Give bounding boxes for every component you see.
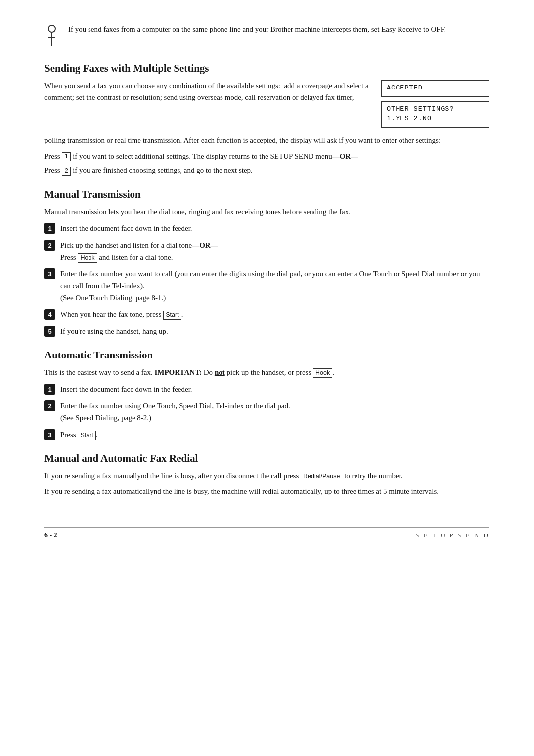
manual-step-3: 3 Enter the fax number you want to call … <box>44 268 490 304</box>
auto-step-num-2: 2 <box>44 400 55 411</box>
section-sending-faxes: Sending Faxes with Multiple Settings Whe… <box>44 62 490 177</box>
auto-step-2: 2 Enter the fax number using One Touch, … <box>44 400 490 424</box>
auto-step-2-text: Enter the fax number using One Touch, Sp… <box>60 400 490 424</box>
key-1: 1 <box>62 152 71 161</box>
para2-mid: nd the line is busy, the machine will re… <box>154 488 439 495</box>
fax-redial-title: Manual and Automatic Fax Redial <box>44 452 490 465</box>
step-num-2: 2 <box>44 240 55 251</box>
manual-step-1: 1 Insert the document face down in the f… <box>44 222 490 234</box>
auto-step-3: 3 Press Start. <box>44 429 490 441</box>
manual-transmission-title: Manual Transmission <box>44 188 490 201</box>
section-manual-transmission: Manual Transmission Manual transmission … <box>44 188 490 337</box>
footer-page-number: 6 - 2 <box>44 532 57 539</box>
key-2: 2 <box>62 167 71 176</box>
page-content: If you send faxes from a computer on the… <box>44 24 490 539</box>
footer-section-name: S E T U P S E N D <box>415 532 490 539</box>
manual-step-4-text: When you hear the fax tone, press Start. <box>60 309 490 320</box>
sending-faxes-right: ACCEPTED OTHER SETTINGS?1.YES 2.NO <box>381 80 490 132</box>
automatic-transmission-title: Automatic Transmission <box>44 349 490 361</box>
manual-transmission-body: Manual transmission lets you hear the di… <box>44 206 490 218</box>
start-key-auto: Start <box>78 431 95 441</box>
notice-text: If you send faxes from a computer on the… <box>68 24 446 35</box>
manual-step-2-text: Pick up the handset and listen for a dia… <box>60 239 490 263</box>
automatic-transmission-intro: This is the easiest way to send a fax. I… <box>44 366 490 378</box>
step-num-5: 5 <box>44 326 55 337</box>
step-num-3: 3 <box>44 268 55 279</box>
step-num-1: 1 <box>44 223 55 234</box>
section-fax-redial: Manual and Automatic Fax Redial If you r… <box>44 452 490 497</box>
svg-point-0 <box>48 25 55 32</box>
press-1-line: Press 1 if you want to select additional… <box>44 150 490 163</box>
sending-faxes-left: When you send a fax you can choose any c… <box>44 80 369 132</box>
press-2-line: Press 2 if you are finished choosing set… <box>44 164 490 177</box>
manual-step-5: 5 If you're using the handset, hang up. <box>44 325 490 337</box>
notice-icon <box>44 25 60 48</box>
hook-key-auto: Hook <box>313 368 332 378</box>
auto-step-num-3: 3 <box>44 429 55 440</box>
step-num-4: 4 <box>44 309 55 320</box>
fax-redial-para1: If you re sending a fax manuallynd the l… <box>44 470 490 482</box>
manual-step-5-text: If you're using the handset, hang up. <box>60 325 490 337</box>
manual-step-4: 4 When you hear the fax tone, press Star… <box>44 309 490 320</box>
start-key-manual: Start <box>163 311 181 320</box>
sending-faxes-text: When you send a fax you can choose any c… <box>44 80 369 103</box>
manual-step-2: 2 Pick up the handset and listen for a d… <box>44 239 490 263</box>
important-label: IMPORTANT: <box>154 368 202 376</box>
top-notice: If you send faxes from a computer on the… <box>44 24 490 48</box>
fax-redial-para2: If you re sending a fax automaticallynd … <box>44 486 490 497</box>
auto-step-1: 1 Insert the document face down in the f… <box>44 383 490 395</box>
lcd-other-settings: OTHER SETTINGS?1.YES 2.NO <box>381 101 490 128</box>
auto-step-3-text: Press Start. <box>60 429 490 441</box>
hook-key-manual: Hook <box>78 253 97 263</box>
not-label: not <box>215 368 225 376</box>
sending-faxes-continuation: polling transmission or real time transm… <box>44 134 490 146</box>
section-automatic-transmission: Automatic Transmission This is the easie… <box>44 349 490 441</box>
sending-faxes-title: Sending Faxes with Multiple Settings <box>44 62 490 75</box>
lcd-accepted: ACCEPTED <box>381 80 490 97</box>
page-footer: 6 - 2 S E T U P S E N D <box>44 527 490 539</box>
auto-step-num-1: 1 <box>44 384 55 395</box>
para1-mid: nd the line is busy, after you disconnec… <box>141 472 403 480</box>
redial-pause-key: Redial/Pause <box>301 472 342 482</box>
manual-steps-list: 1 Insert the document face down in the f… <box>44 222 490 337</box>
manual-step-1-text: Insert the document face down in the fee… <box>60 222 490 234</box>
auto-steps-list: 1 Insert the document face down in the f… <box>44 383 490 441</box>
sending-faxes-body: When you send a fax you can choose any c… <box>44 80 490 132</box>
manual-step-3-text: Enter the fax number you want to call (y… <box>60 268 490 304</box>
auto-step-1-text: Insert the document face down in the fee… <box>60 383 490 395</box>
